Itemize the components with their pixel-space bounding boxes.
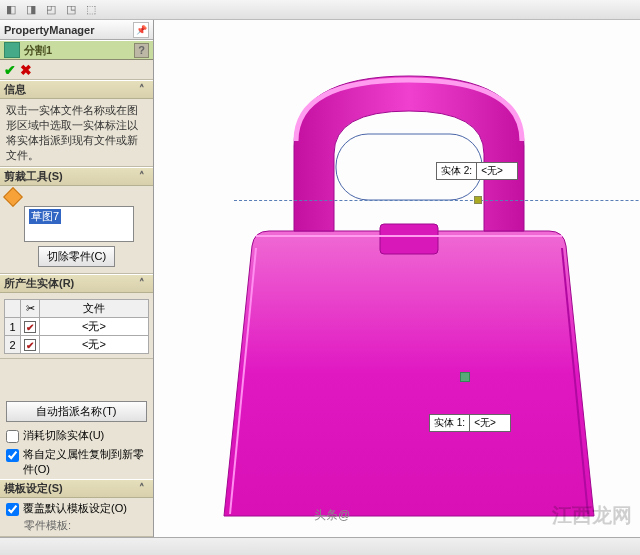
- tb-icon[interactable]: ◨: [24, 3, 38, 17]
- tb-icon[interactable]: ⬚: [84, 3, 98, 17]
- copy-props-checkbox-row[interactable]: 将自定义属性复制到新零件(O): [0, 445, 153, 479]
- split-feature-icon: [4, 42, 20, 58]
- info-header[interactable]: 信息 ˄: [0, 81, 153, 99]
- info-text: 双击一实体文件名称或在图形区域中选取一实体标注以将实体指派到现有文件或新文件。: [6, 103, 147, 162]
- row-index: 1: [5, 318, 21, 336]
- origin-marker[interactable]: [474, 196, 482, 204]
- tb-icon[interactable]: ◰: [44, 3, 58, 17]
- ok-button[interactable]: ✔: [4, 62, 16, 78]
- chevron-up-icon[interactable]: ˄: [135, 170, 149, 183]
- file-column-header: 文件: [40, 300, 149, 318]
- table-row: 2 ✔ <无>: [5, 336, 149, 354]
- svg-rect-1: [380, 224, 438, 254]
- template-section: 模板设定(S) ˄ 覆盖默认模板设定(O) 零件模板:: [0, 479, 153, 537]
- row-checkbox[interactable]: ✔: [24, 339, 36, 351]
- feature-name: 分割1: [24, 43, 52, 58]
- template-subtext: 零件模板:: [24, 518, 147, 533]
- template-title: 模板设定(S): [4, 481, 63, 496]
- consume-label: 消耗切除实体(U): [23, 428, 104, 443]
- pm-header: PropertyManager 📌: [0, 20, 153, 40]
- top-toolbar: ◧ ◨ ◰ ◳ ⬚: [0, 0, 640, 20]
- trim-header[interactable]: 剪裁工具(S) ˄: [0, 168, 153, 186]
- bodies-title: 所产生实体(R): [4, 276, 74, 291]
- action-row: ✔ ✖: [0, 60, 153, 80]
- body-label-2[interactable]: 实体 2: <无>: [436, 162, 518, 180]
- property-manager-panel: PropertyManager 📌 分割1 ? ✔ ✖ 信息 ˄ 双击一实体文件…: [0, 20, 154, 537]
- body-label-1[interactable]: 实体 1: <无>: [429, 414, 511, 432]
- chevron-up-icon[interactable]: ˄: [135, 482, 149, 495]
- scissors-icon: ✂: [21, 300, 40, 318]
- drag-handle[interactable]: [460, 372, 470, 382]
- override-checkbox-row[interactable]: 覆盖默认模板设定(O): [6, 501, 147, 516]
- trim-selected-item[interactable]: 草图7: [29, 209, 61, 224]
- info-title: 信息: [4, 82, 26, 97]
- override-checkbox[interactable]: [6, 503, 19, 516]
- bodies-section: 所产生实体(R) ˄ ✂ 文件 1 ✔ <无> 2 ✔ <无>: [0, 274, 153, 359]
- table-corner: [5, 300, 21, 318]
- body-label-value[interactable]: <无>: [477, 163, 517, 179]
- pm-pin-icon[interactable]: 📌: [133, 22, 149, 38]
- selection-icon: [3, 187, 23, 207]
- auto-assign-button[interactable]: 自动指派名称(T): [6, 401, 147, 422]
- model-graphic: [184, 56, 634, 526]
- row-checkbox[interactable]: ✔: [24, 321, 36, 333]
- graphics-viewport[interactable]: 实体 2: <无> 实体 1: <无> 头条@ 江西龙网: [154, 20, 640, 537]
- cut-part-button[interactable]: 切除零件(C): [38, 246, 115, 267]
- bodies-header[interactable]: 所产生实体(R) ˄: [0, 275, 153, 293]
- override-label: 覆盖默认模板设定(O): [23, 501, 127, 516]
- pm-title: PropertyManager: [4, 24, 94, 36]
- trim-section: 剪裁工具(S) ˄ 草图7 切除零件(C): [0, 167, 153, 274]
- copy-props-checkbox[interactable]: [6, 449, 19, 462]
- tb-icon[interactable]: ◳: [64, 3, 78, 17]
- template-header[interactable]: 模板设定(S) ˄: [0, 480, 153, 498]
- table-row: 1 ✔ <无>: [5, 318, 149, 336]
- body-label-prefix: 实体 2:: [437, 163, 477, 179]
- status-bar: [0, 537, 640, 555]
- centerline: [234, 200, 640, 201]
- chevron-up-icon[interactable]: ˄: [135, 277, 149, 290]
- row-index: 2: [5, 336, 21, 354]
- row-file[interactable]: <无>: [40, 336, 149, 354]
- panel-spacer: [0, 359, 153, 397]
- chevron-up-icon[interactable]: ˄: [135, 83, 149, 96]
- tb-icon[interactable]: ◧: [4, 3, 18, 17]
- consume-checkbox[interactable]: [6, 430, 19, 443]
- copy-props-label: 将自定义属性复制到新零件(O): [23, 447, 147, 477]
- bodies-table: ✂ 文件 1 ✔ <无> 2 ✔ <无>: [4, 299, 149, 354]
- trim-title: 剪裁工具(S): [4, 169, 63, 184]
- row-file[interactable]: <无>: [40, 318, 149, 336]
- trim-selection-list[interactable]: 草图7: [24, 206, 134, 242]
- info-section: 信息 ˄ 双击一实体文件名称或在图形区域中选取一实体标注以将实体指派到现有文件或…: [0, 80, 153, 167]
- body-label-prefix: 实体 1:: [430, 415, 470, 431]
- consume-checkbox-row[interactable]: 消耗切除实体(U): [0, 426, 153, 445]
- cancel-button[interactable]: ✖: [20, 62, 32, 78]
- feature-title-bar: 分割1 ?: [0, 40, 153, 60]
- body-label-value[interactable]: <无>: [470, 415, 510, 431]
- help-icon[interactable]: ?: [134, 43, 149, 58]
